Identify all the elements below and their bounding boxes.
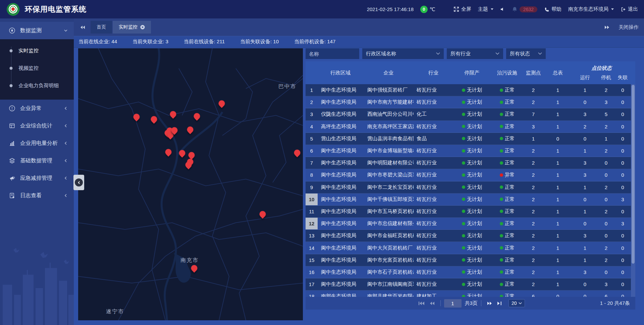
map-pin-icon[interactable] bbox=[294, 150, 301, 156]
row-region: 阆中生态环境局 bbox=[318, 194, 363, 205]
map-pin-icon[interactable] bbox=[194, 113, 200, 119]
column-header-region: 行政区域 bbox=[318, 61, 363, 84]
scrollbar-thumb[interactable] bbox=[632, 85, 635, 264]
row-facility-status: 正常 bbox=[491, 242, 524, 254]
status-dot-icon bbox=[500, 258, 503, 262]
submenu-item-实时监控[interactable]: 实时监控 bbox=[0, 42, 74, 59]
map-pin-icon[interactable] bbox=[191, 265, 197, 271]
status-filter-select[interactable]: 所有状态 bbox=[506, 48, 546, 59]
row-lost: 0 bbox=[615, 108, 631, 120]
table-row[interactable]: 14阆中生态环境局阆中大兴页岩机砖厂砖瓦行业无计划正常21120 bbox=[306, 242, 635, 254]
row-region: 阆中生态环境局 bbox=[318, 157, 363, 169]
row-company: 营山县润丰肉食品有限 bbox=[363, 133, 414, 145]
row-points: 2 bbox=[524, 84, 543, 96]
help-button[interactable]: 帮助 bbox=[544, 6, 561, 12]
tab-实时监控[interactable]: 实时监控 bbox=[113, 21, 151, 34]
mute-button[interactable] bbox=[500, 7, 505, 12]
map-pin-icon[interactable] bbox=[188, 152, 195, 158]
row-company: 阆中市忠信建材有限公 bbox=[363, 218, 414, 229]
map-pin-icon[interactable] bbox=[133, 114, 140, 120]
sidebar-item-日志查看[interactable]: 日志查看 bbox=[0, 187, 74, 204]
sidebar-item-应急减排管理[interactable]: 应急减排管理 bbox=[0, 169, 74, 187]
map-pin-icon[interactable] bbox=[179, 150, 185, 156]
submenu-item-视频监控[interactable]: 视频监控 bbox=[0, 59, 74, 77]
table-row[interactable]: 9阆中生态环境局阆中市二龙长宝页岩砖砖瓦行业无计划正常21120 bbox=[306, 181, 635, 194]
app-logo-icon bbox=[7, 3, 19, 16]
row-stopped: 3 bbox=[597, 96, 615, 108]
table-row[interactable]: 11阆中生态环境局阆中市五马桥页岩机砖砖瓦行业无计划正常21120 bbox=[306, 206, 635, 218]
sidebar-item-基础数据管理[interactable]: 基础数据管理 bbox=[0, 152, 74, 169]
sidebar-item-数据监测[interactable]: 数据监测 bbox=[0, 22, 74, 39]
map-pin-icon[interactable] bbox=[187, 126, 193, 133]
map-pin-icon[interactable] bbox=[171, 127, 178, 133]
row-region: 阆中生态环境局 bbox=[318, 96, 363, 108]
table-row[interactable]: 4高坪生态环境局南充市高坪区王家店建砖瓦行业无计划正常31220 bbox=[306, 121, 635, 133]
row-index: 12 bbox=[306, 218, 318, 229]
prev-page-button[interactable] bbox=[429, 301, 435, 306]
table-row[interactable]: 5营山生态环境局营山县润丰肉食品有限食品无计划正常10010 bbox=[306, 133, 635, 145]
map-pin-icon[interactable] bbox=[260, 211, 266, 217]
table-row[interactable]: 16阆中生态环境局阆中市石子页岩机砖厂砖瓦行业无计划正常21300 bbox=[306, 266, 635, 278]
row-points: 1 bbox=[524, 133, 543, 145]
sidebar-item-企业用电量分析[interactable]: 企业用电量分析 bbox=[0, 134, 74, 152]
row-meters: 1 bbox=[543, 194, 573, 205]
table-row[interactable]: 10阆中生态环境局阆中千佛镇五郎垭页岩砖瓦行业无计划正常21003 bbox=[306, 194, 635, 206]
table-row[interactable]: 15阆中生态环境局阆中市光富页岩机砖厂砖瓦行业无计划正常21120 bbox=[306, 254, 635, 266]
stat-value: 10 bbox=[273, 39, 279, 44]
page-size-select[interactable]: 20 bbox=[508, 299, 525, 307]
name-filter-input[interactable] bbox=[306, 48, 359, 59]
tab-close-icon[interactable] bbox=[140, 25, 145, 30]
table-row[interactable]: 1阆中生态环境局阆中强锐页岩砖厂砖瓦行业无计划正常21120 bbox=[306, 84, 635, 96]
row-limit-status-label: 无计划 bbox=[467, 172, 482, 178]
last-page-button[interactable] bbox=[497, 301, 502, 306]
map[interactable]: 巴中市南充市遂宁市 bbox=[78, 48, 303, 320]
table-scrollbar[interactable] bbox=[631, 84, 635, 297]
page-number-input[interactable] bbox=[444, 299, 462, 308]
sidebar-item-企业综合统计[interactable]: 企业综合统计 bbox=[0, 117, 74, 134]
row-industry: 化工 bbox=[414, 108, 453, 120]
table-row[interactable]: 6阆中生态环境局阆中市金博瑞新型墙材砖瓦行业无计划正常21120 bbox=[306, 145, 635, 157]
table-row[interactable]: 8阆中生态环境局阆中市枣碧大梁山页岩砖瓦行业无计划异常21300 bbox=[306, 169, 635, 181]
close-operations-button[interactable]: 关闭操作 bbox=[619, 24, 639, 31]
map-pin-icon[interactable] bbox=[170, 111, 176, 117]
tabs-scroll-right-button[interactable] bbox=[604, 25, 610, 30]
map-collapse-button[interactable] bbox=[73, 175, 84, 190]
tabs-scroll-left-button[interactable] bbox=[80, 25, 85, 30]
first-page-button[interactable] bbox=[418, 301, 425, 306]
chevron-left-icon bbox=[64, 141, 68, 145]
sidebar-item-企业异常[interactable]: 企业异常 bbox=[0, 100, 74, 117]
theme-dropdown[interactable]: 主题 bbox=[478, 6, 493, 12]
row-running: 3 bbox=[573, 157, 597, 169]
status-dot-icon bbox=[462, 101, 465, 104]
map-pin-icon[interactable] bbox=[185, 162, 192, 168]
row-company: 南部县建华页岩有限公 bbox=[363, 290, 414, 297]
row-running: 0 bbox=[573, 218, 597, 229]
org-dropdown[interactable]: 南充市生态环境局 bbox=[568, 6, 614, 12]
pin-shape bbox=[193, 112, 202, 121]
status-dot-icon bbox=[462, 283, 465, 286]
industry-filter-select[interactable]: 所有行业 bbox=[447, 48, 503, 59]
table-row[interactable]: 17阆中生态环境局阆中市江南镇阆南页岩砖瓦行业无计划正常21030 bbox=[306, 278, 635, 290]
logout-button[interactable]: 退出 bbox=[621, 6, 638, 12]
region-filter-select[interactable]: 行政区域名称 bbox=[362, 48, 444, 59]
fullscreen-button[interactable]: 全屏 bbox=[453, 6, 471, 12]
map-pin-icon[interactable] bbox=[219, 100, 225, 107]
tab-首页[interactable]: 首页 bbox=[91, 21, 112, 34]
submenu-item-企业电力负荷明细[interactable]: 企业电力负荷明细 bbox=[0, 77, 74, 94]
submenu-item-label: 实时监控 bbox=[18, 48, 39, 54]
submenu-item-label: 视频监控 bbox=[18, 65, 39, 71]
row-limit-status: 无计划 bbox=[453, 266, 491, 278]
map-canvas[interactable]: 巴中市南充市遂宁市 bbox=[78, 48, 303, 320]
table-row[interactable]: 7阆中生态环境局阆中明阳建材有限公司砖瓦行业无计划正常21300 bbox=[306, 157, 635, 169]
table-row[interactable]: 13阆中生态环境局阆中市金福旺页岩机砖砖瓦行业无计划正常21300 bbox=[306, 230, 635, 242]
table-row[interactable]: 18南部生态环境局南部县建华页岩有限公建材加工无计划正常60060 bbox=[306, 290, 635, 297]
chevron-left-icon bbox=[64, 124, 68, 128]
table-row[interactable]: 2阆中生态环境局阆中市南方节能建材有砖瓦行业无计划正常21030 bbox=[306, 96, 635, 108]
map-pin-icon[interactable] bbox=[151, 116, 157, 122]
table-row[interactable]: 3仪陇生态环境局西南油气田分公司川中化工无计划正常71350 bbox=[306, 108, 635, 120]
row-meters: 1 bbox=[543, 242, 573, 254]
map-pin-icon[interactable] bbox=[165, 149, 171, 155]
next-page-button[interactable] bbox=[487, 301, 492, 306]
notifications[interactable]: 2632 bbox=[512, 6, 537, 12]
table-row[interactable]: 12阆中生态环境局阆中市忠信建材有限公砖瓦行业无计划正常21003 bbox=[306, 218, 635, 230]
